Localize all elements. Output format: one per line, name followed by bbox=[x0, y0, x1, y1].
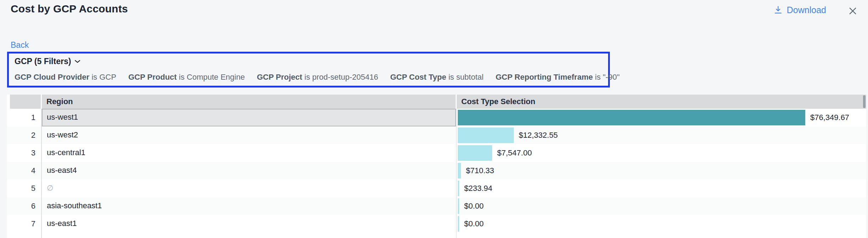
cost-value-label: $76,349.67 bbox=[810, 113, 849, 122]
row-number: 1 bbox=[7, 109, 42, 126]
cost-bar-cell: $0.00 bbox=[457, 215, 866, 233]
close-icon bbox=[848, 6, 858, 16]
cost-value-label: $0.00 bbox=[464, 219, 484, 228]
cost-value-label: $710.33 bbox=[466, 166, 494, 175]
row-number: 4 bbox=[7, 162, 42, 180]
region-cell[interactable]: us-east4 bbox=[42, 162, 457, 180]
close-button[interactable] bbox=[847, 6, 858, 16]
region-cell[interactable]: us-west1 bbox=[42, 109, 457, 126]
table-header: Region Cost Type Selection bbox=[7, 95, 866, 109]
cost-value-label: $12,332.55 bbox=[519, 131, 558, 140]
cost-bar[interactable] bbox=[458, 181, 459, 196]
table-row: 7us-east1$0.00 bbox=[7, 215, 866, 233]
table-row: 3us-central1$7,547.00 bbox=[7, 144, 866, 162]
row-number: 2 bbox=[7, 126, 42, 144]
download-label: Download bbox=[787, 5, 826, 15]
cost-bar[interactable] bbox=[458, 128, 514, 143]
cost-value-label: $233.94 bbox=[464, 184, 493, 193]
region-cell[interactable]: us-central1 bbox=[42, 144, 457, 162]
table-row: 6asia-southeast1$0.00 bbox=[7, 197, 866, 215]
region-cell[interactable]: us-east1 bbox=[42, 215, 457, 233]
cost-bar-cell: $0.00 bbox=[457, 197, 866, 215]
cost-bar-cell: $12,332.55 bbox=[457, 126, 866, 144]
cost-value-label: $0.00 bbox=[464, 202, 484, 211]
cost-bar-cell: $710.33 bbox=[457, 162, 866, 180]
page-title: Cost by GCP Accounts bbox=[11, 3, 128, 15]
filter-chip: GCP Cloud Provider is GCP bbox=[15, 73, 116, 82]
filter-chip: GCP Cost Type is subtotal bbox=[390, 73, 483, 82]
row-number: 6 bbox=[7, 197, 42, 215]
row-number: 7 bbox=[7, 215, 42, 233]
filter-chip: GCP Product is Compute Engine bbox=[128, 73, 245, 82]
download-icon bbox=[773, 5, 783, 15]
cost-bar[interactable] bbox=[458, 216, 459, 232]
vertical-scrollbar-thumb[interactable] bbox=[863, 95, 866, 108]
table-row: 4us-east4$710.33 bbox=[7, 162, 866, 180]
row-number: 3 bbox=[7, 144, 42, 162]
cost-bar[interactable] bbox=[458, 198, 459, 214]
table-row: 1us-west1$76,349.67 bbox=[7, 109, 866, 126]
region-cell[interactable]: us-west2 bbox=[42, 126, 457, 144]
row-number-column-header bbox=[10, 95, 41, 109]
table-row-partial bbox=[7, 233, 866, 238]
region-cell[interactable]: ∅ bbox=[42, 180, 457, 197]
cost-bar[interactable] bbox=[458, 110, 805, 125]
row-number: 5 bbox=[7, 180, 42, 197]
cost-column-header[interactable]: Cost Type Selection bbox=[457, 95, 866, 109]
cost-report-panel: Cost by GCP Accounts Download Back GCP (… bbox=[0, 0, 868, 238]
table-row: 2us-west2$12,332.55 bbox=[7, 126, 866, 144]
chevron-down-icon bbox=[74, 60, 80, 63]
region-column-header[interactable]: Region bbox=[42, 95, 456, 109]
filter-chip: GCP Project is prod-setup-205416 bbox=[257, 73, 378, 82]
cost-value-label: $7,547.00 bbox=[497, 148, 532, 158]
table-row: 5∅$233.94 bbox=[7, 180, 866, 197]
cost-table: Region Cost Type Selection 1us-west1$76,… bbox=[7, 95, 866, 238]
cost-bar-cell: $233.94 bbox=[457, 180, 866, 197]
back-link[interactable]: Back bbox=[11, 40, 29, 50]
download-button[interactable]: Download bbox=[773, 5, 826, 15]
cost-bar[interactable] bbox=[458, 145, 492, 161]
cost-bar-cell: $7,547.00 bbox=[457, 144, 866, 162]
filter-group-box: GCP (5 Filters) GCP Cloud Provider is GC… bbox=[7, 52, 610, 87]
filter-group-label: GCP (5 Filters) bbox=[15, 57, 71, 66]
table-body: 1us-west1$76,349.672us-west2$12,332.553u… bbox=[7, 109, 866, 233]
filter-group-toggle[interactable]: GCP (5 Filters) bbox=[15, 57, 80, 66]
cost-bar-cell: $76,349.67 bbox=[457, 109, 866, 126]
cost-bar[interactable] bbox=[458, 163, 461, 178]
filter-chip: GCP Reporting Timeframe is "-90" bbox=[496, 73, 620, 82]
filter-list: GCP Cloud Provider is GCPGCP Product is … bbox=[15, 73, 619, 82]
region-cell[interactable]: asia-southeast1 bbox=[42, 197, 457, 215]
